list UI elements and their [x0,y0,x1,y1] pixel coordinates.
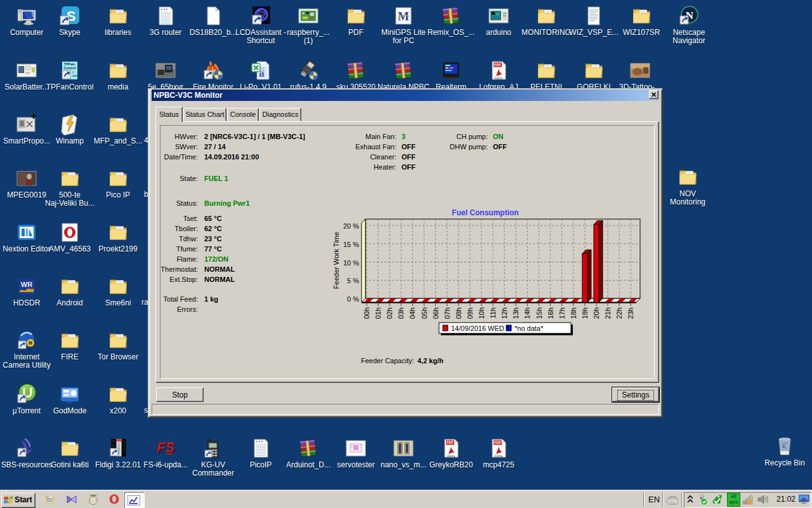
svg-text:15h: 15h [535,307,543,319]
svg-text:23h: 23h [627,307,634,319]
svg-text:14h: 14h [523,307,531,319]
svg-text:19h: 19h [581,307,589,319]
svg-text:17h: 17h [558,307,566,319]
svg-text:Fuel Consumption: Fuel Consumption [452,210,518,217]
svg-text:01h: 01h [374,307,382,319]
svg-text:0 %: 0 % [347,295,359,303]
svg-text:Feeder Work Time: Feeder Work Time [332,232,340,289]
svg-text:05h: 05h [421,307,428,319]
svg-text:18h: 18h [570,307,577,319]
svg-text:09h: 09h [466,307,474,319]
svg-text:5 %: 5 % [347,277,359,284]
svg-text:03h: 03h [397,307,405,319]
svg-text:16h: 16h [547,307,554,319]
svg-text:04h: 04h [409,307,416,319]
svg-text:21h: 21h [604,307,612,319]
svg-text:*no data*: *no data* [514,324,544,332]
svg-text:00h: 00h [363,307,370,319]
svg-text:08h: 08h [455,307,462,319]
svg-text:12h: 12h [501,307,508,319]
svg-text:20h: 20h [593,307,600,319]
svg-text:02h: 02h [386,307,393,319]
svg-text:13h: 13h [512,307,520,319]
svg-text:14/09/2016 WED: 14/09/2016 WED [451,324,504,332]
svg-text:07h: 07h [443,307,451,319]
svg-text:10h: 10h [478,307,485,319]
svg-text:06h: 06h [432,307,440,319]
svg-text:10 %: 10 % [343,259,359,267]
svg-text:11h: 11h [489,307,497,319]
svg-text:22h: 22h [615,307,623,319]
svg-text:15 %: 15 % [343,241,359,248]
svg-text:20 %: 20 % [343,222,359,230]
